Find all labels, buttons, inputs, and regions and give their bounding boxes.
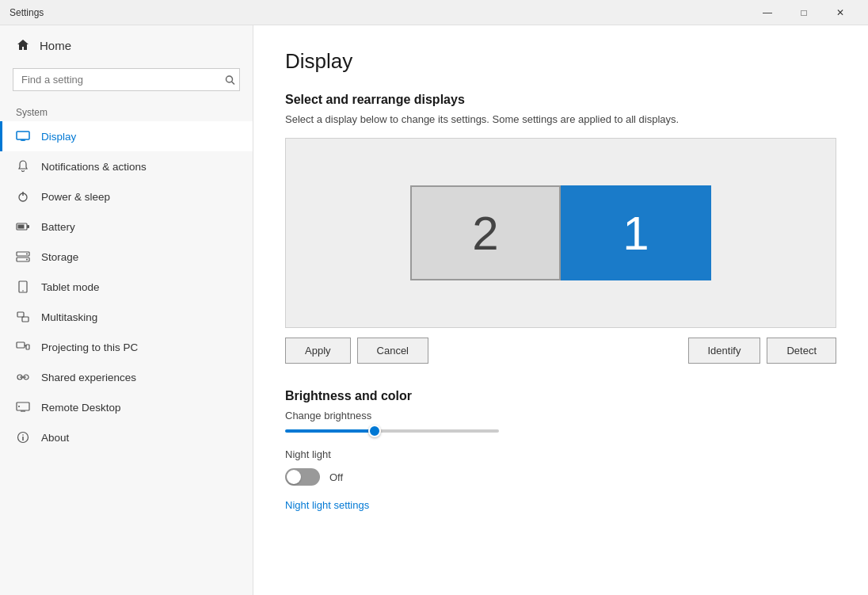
sidebar-item-multitasking[interactable]: Multitasking	[0, 302, 253, 332]
svg-rect-18	[17, 342, 25, 348]
sidebar-item-label-tablet: Tablet mode	[41, 281, 100, 293]
cancel-button[interactable]: Cancel	[357, 338, 428, 364]
sidebar-item-label-shared: Shared experiences	[41, 372, 136, 383]
search-box	[13, 68, 240, 91]
night-light-toggle[interactable]	[285, 468, 320, 486]
slider-thumb	[368, 425, 381, 437]
notifications-icon	[16, 159, 30, 174]
sidebar-item-notifications[interactable]: Notifications & actions	[0, 151, 253, 181]
titlebar-controls: — □ ✕	[749, 0, 858, 25]
sidebar-home[interactable]: Home	[0, 25, 253, 65]
settings-window: Settings — □ ✕ Home	[0, 0, 868, 595]
tablet-icon	[16, 280, 30, 294]
night-light-label: Night light	[285, 448, 836, 460]
svg-rect-16	[17, 312, 24, 317]
storage-icon	[16, 250, 30, 264]
svg-point-29	[22, 434, 24, 436]
monitor-2-number: 2	[472, 206, 498, 261]
remote-icon	[16, 400, 30, 414]
brightness-label: Change brightness	[285, 410, 836, 421]
monitor-1[interactable]: 1	[561, 185, 711, 280]
night-light-settings-link[interactable]: Night light settings	[285, 499, 369, 511]
sidebar-item-label-storage: Storage	[41, 251, 78, 263]
search-button[interactable]	[225, 74, 235, 85]
svg-point-12	[26, 254, 28, 255]
about-icon	[16, 430, 30, 444]
sidebar-item-power[interactable]: Power & sleep	[0, 181, 253, 212]
sidebar-item-label-about: About	[41, 432, 69, 444]
svg-rect-9	[18, 225, 25, 229]
sidebar-item-label-battery: Battery	[41, 221, 75, 233]
svg-point-13	[26, 259, 28, 261]
section1-heading: Select and rearrange displays	[285, 93, 836, 107]
svg-point-26	[18, 406, 20, 407]
sidebar-section-label: System	[0, 101, 253, 121]
toggle-knob	[287, 470, 301, 484]
brightness-slider[interactable]	[285, 429, 499, 433]
home-icon	[16, 38, 30, 52]
brightness-heading: Brightness and color	[285, 389, 836, 403]
sidebar-item-label-power: Power & sleep	[41, 191, 110, 203]
display-area: 2 1	[285, 138, 836, 328]
svg-rect-8	[27, 225, 29, 228]
apply-button[interactable]: Apply	[285, 338, 351, 364]
projecting-icon	[16, 340, 30, 354]
svg-point-15	[22, 290, 24, 292]
sidebar-item-battery[interactable]: Battery	[0, 212, 253, 242]
night-light-status: Off	[329, 471, 343, 483]
home-label: Home	[40, 39, 71, 52]
display-button-row: Apply Cancel Identify Detect	[285, 328, 836, 373]
sidebar-item-label-notifications: Notifications & actions	[41, 161, 147, 173]
detect-button[interactable]: Detect	[767, 338, 836, 364]
svg-rect-17	[22, 317, 29, 322]
svg-point-0	[227, 76, 233, 82]
titlebar: Settings — □ ✕	[0, 0, 868, 25]
sidebar-item-remote[interactable]: Remote Desktop	[0, 392, 253, 422]
identify-button[interactable]: Identify	[688, 338, 761, 364]
page-title: Display	[285, 49, 836, 74]
sidebar-item-shared[interactable]: Shared experiences	[0, 362, 253, 392]
sidebar-item-label-projecting: Projecting to this PC	[41, 341, 138, 353]
sidebar-item-display[interactable]: Display	[0, 121, 253, 151]
sidebar-item-label-display: Display	[41, 131, 76, 143]
sidebar-item-label-remote: Remote Desktop	[41, 402, 121, 414]
window-title: Settings	[10, 7, 749, 18]
multitasking-icon	[16, 310, 30, 324]
maximize-button[interactable]: □	[786, 0, 822, 25]
power-icon	[16, 189, 30, 204]
svg-rect-19	[26, 345, 29, 349]
svg-line-1	[232, 82, 235, 85]
monitor-2[interactable]: 2	[410, 185, 561, 280]
sidebar-item-about[interactable]: About	[0, 422, 253, 452]
content-area: Home System	[0, 25, 868, 595]
svg-rect-2	[17, 132, 29, 139]
main-content: Display Select and rearrange displays Se…	[253, 25, 868, 595]
sidebar-item-projecting[interactable]: Projecting to this PC	[0, 332, 253, 362]
sidebar-item-label-multitasking: Multitasking	[41, 311, 97, 323]
display-icon	[16, 129, 30, 143]
monitor-1-number: 1	[622, 206, 649, 261]
minimize-button[interactable]: —	[749, 0, 786, 25]
slider-container	[285, 429, 836, 433]
close-button[interactable]: ✕	[822, 0, 858, 25]
sidebar-item-tablet[interactable]: Tablet mode	[0, 272, 253, 302]
toggle-row: Off	[285, 468, 836, 486]
shared-icon	[16, 370, 30, 384]
search-input[interactable]	[13, 68, 240, 91]
section1-desc: Select a display below to change its set…	[285, 113, 836, 125]
night-light-section: Night light Off	[285, 448, 836, 486]
brightness-section: Change brightness	[285, 410, 836, 433]
sidebar: Home System	[0, 25, 253, 595]
sidebar-item-storage[interactable]: Storage	[0, 242, 253, 272]
battery-icon	[16, 219, 30, 234]
